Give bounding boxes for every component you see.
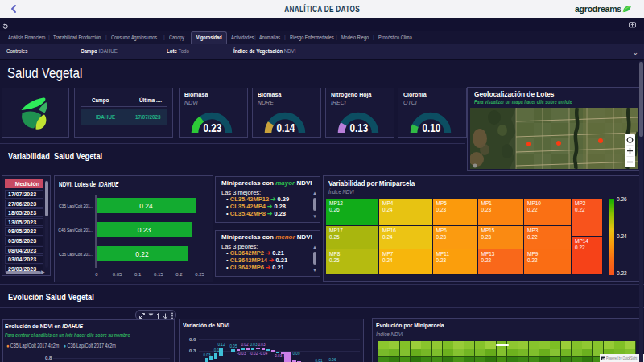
svg-text:0.02: 0.02 — [242, 343, 249, 347]
svg-text:C35 Lap/Colt 201...: C35 Lap/Colt 201... — [59, 204, 93, 208]
svg-text:0.15: 0.15 — [154, 272, 163, 277]
svg-text:-0.1: -0.1 — [283, 354, 289, 358]
svg-text:0.1: 0.1 — [134, 272, 142, 277]
svg-text:0.03: 0.03 — [258, 343, 266, 347]
svg-text:0.23: 0.23 — [138, 226, 151, 234]
svg-text:-0.02: -0.02 — [250, 352, 258, 356]
svg-text:-0.03: -0.03 — [274, 354, 283, 358]
svg-text:C36 Lap/Colt 201...: C36 Lap/Colt 201... — [59, 252, 93, 257]
svg-text:0.1: 0.1 — [214, 348, 220, 352]
svg-text:0.09: 0.09 — [293, 352, 300, 356]
svg-text:0.25: 0.25 — [195, 272, 204, 277]
svg-text:C46 San/Colt 201...: C46 San/Colt 201... — [58, 228, 93, 232]
svg-text:0.05: 0.05 — [113, 272, 122, 277]
svg-text:0.03: 0.03 — [204, 353, 211, 357]
svg-text:0.06: 0.06 — [329, 358, 336, 362]
svg-text:0.05: 0.05 — [230, 344, 237, 348]
svg-text:0.12: 0.12 — [218, 343, 225, 347]
svg-text:0.01: 0.01 — [316, 359, 323, 362]
svg-text:-0.04: -0.04 — [259, 352, 268, 356]
svg-text:0.03: 0.03 — [250, 343, 258, 347]
svg-text:-0.03: -0.03 — [237, 352, 246, 356]
svg-text:0.2: 0.2 — [175, 272, 183, 277]
svg-text:0.22: 0.22 — [135, 250, 149, 258]
svg-text:0.24: 0.24 — [139, 202, 153, 210]
svg-text:0: 0 — [95, 272, 98, 277]
